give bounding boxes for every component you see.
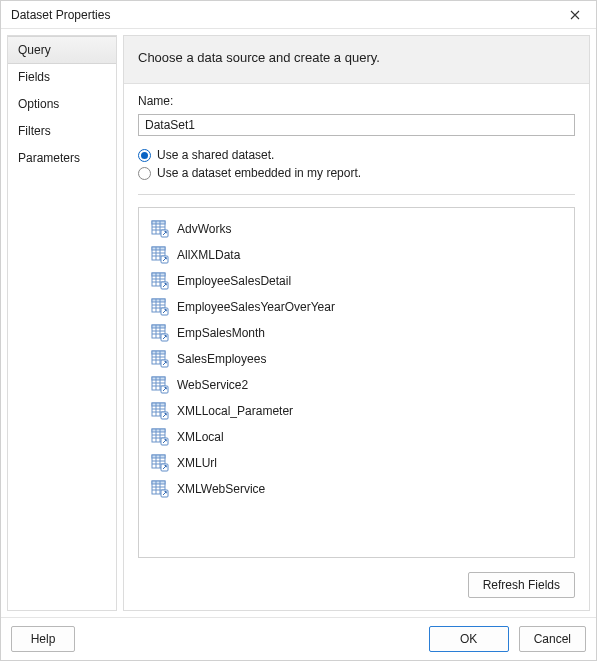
refresh-fields-button[interactable]: Refresh Fields — [468, 572, 575, 598]
svg-rect-36 — [152, 351, 165, 354]
radio-label: Use a shared dataset. — [157, 148, 274, 162]
dataset-item-label: AllXMLData — [177, 248, 240, 262]
radio-button-icon — [138, 167, 151, 180]
sidebar-item-label: Options — [18, 97, 59, 111]
radio-embedded-dataset[interactable]: Use a dataset embedded in my report. — [138, 164, 575, 182]
dataset-item[interactable]: AdvWorks — [149, 216, 564, 242]
shared-dataset-icon — [151, 272, 169, 290]
dataset-item[interactable]: EmployeeSalesYearOverYear — [149, 294, 564, 320]
dialog-body: QueryFieldsOptionsFiltersParameters Choo… — [1, 29, 596, 617]
shared-dataset-icon — [151, 454, 169, 472]
shared-dataset-icon — [151, 376, 169, 394]
dataset-item[interactable]: XMLWebService — [149, 476, 564, 502]
panel-heading: Choose a data source and create a query. — [124, 36, 589, 84]
sidebar-item-label: Fields — [18, 70, 50, 84]
dataset-item-label: XMLocal — [177, 430, 224, 444]
refresh-row: Refresh Fields — [138, 564, 575, 598]
dataset-item[interactable]: SalesEmployees — [149, 346, 564, 372]
name-label: Name: — [138, 94, 575, 108]
svg-rect-8 — [152, 247, 165, 250]
panel-content: Name: Use a shared dataset. Use a datase… — [124, 84, 589, 610]
category-sidebar: QueryFieldsOptionsFiltersParameters — [7, 35, 117, 611]
separator — [138, 194, 575, 195]
close-button[interactable] — [560, 4, 590, 26]
dataset-properties-dialog: Dataset Properties QueryFieldsOptionsFil… — [0, 0, 597, 661]
dataset-item-label: SalesEmployees — [177, 352, 266, 366]
shared-dataset-icon — [151, 350, 169, 368]
sidebar-item-filters[interactable]: Filters — [8, 118, 116, 145]
svg-rect-1 — [152, 221, 165, 224]
shared-dataset-icon — [151, 220, 169, 238]
cancel-button[interactable]: Cancel — [519, 626, 586, 652]
dataset-item-label: XMLUrl — [177, 456, 217, 470]
dataset-item-label: XMLLocal_Parameter — [177, 404, 293, 418]
svg-rect-29 — [152, 325, 165, 328]
ok-button[interactable]: OK — [429, 626, 509, 652]
dataset-item[interactable]: XMLLocal_Parameter — [149, 398, 564, 424]
shared-dataset-icon — [151, 246, 169, 264]
dataset-item[interactable]: AllXMLData — [149, 242, 564, 268]
dataset-item-label: EmployeeSalesYearOverYear — [177, 300, 335, 314]
svg-rect-64 — [152, 455, 165, 458]
shared-dataset-icon — [151, 298, 169, 316]
radio-label: Use a dataset embedded in my report. — [157, 166, 361, 180]
dataset-item[interactable]: EmployeeSalesDetail — [149, 268, 564, 294]
sidebar-item-query[interactable]: Query — [8, 36, 116, 64]
svg-rect-43 — [152, 377, 165, 380]
radio-button-icon — [138, 149, 151, 162]
titlebar: Dataset Properties — [1, 1, 596, 29]
svg-rect-57 — [152, 429, 165, 432]
main-panel: Choose a data source and create a query.… — [123, 35, 590, 611]
dataset-item[interactable]: XMLocal — [149, 424, 564, 450]
sidebar-item-label: Filters — [18, 124, 51, 138]
svg-rect-71 — [152, 481, 165, 484]
help-button[interactable]: Help — [11, 626, 75, 652]
svg-rect-22 — [152, 299, 165, 302]
shared-dataset-icon — [151, 428, 169, 446]
shared-dataset-icon — [151, 402, 169, 420]
shared-dataset-list[interactable]: AdvWorksAllXMLDataEmployeeSalesDetailEmp… — [138, 207, 575, 558]
shared-dataset-icon — [151, 324, 169, 342]
dataset-type-radio-group: Use a shared dataset. Use a dataset embe… — [138, 146, 575, 182]
window-title: Dataset Properties — [11, 8, 110, 22]
close-icon — [570, 10, 580, 20]
dataset-item[interactable]: XMLUrl — [149, 450, 564, 476]
svg-rect-15 — [152, 273, 165, 276]
footer-right: OK Cancel — [429, 626, 586, 652]
sidebar-item-fields[interactable]: Fields — [8, 64, 116, 91]
sidebar-item-label: Parameters — [18, 151, 80, 165]
sidebar-item-options[interactable]: Options — [8, 91, 116, 118]
radio-shared-dataset[interactable]: Use a shared dataset. — [138, 146, 575, 164]
dataset-item-label: XMLWebService — [177, 482, 265, 496]
dataset-item[interactable]: EmpSalesMonth — [149, 320, 564, 346]
dataset-item-label: EmpSalesMonth — [177, 326, 265, 340]
sidebar-item-label: Query — [18, 43, 51, 57]
dataset-item-label: EmployeeSalesDetail — [177, 274, 291, 288]
sidebar-item-parameters[interactable]: Parameters — [8, 145, 116, 172]
name-input[interactable] — [138, 114, 575, 136]
dataset-item-label: WebService2 — [177, 378, 248, 392]
svg-rect-50 — [152, 403, 165, 406]
shared-dataset-icon — [151, 480, 169, 498]
dialog-footer: Help OK Cancel — [1, 617, 596, 660]
dataset-item-label: AdvWorks — [177, 222, 231, 236]
dataset-item[interactable]: WebService2 — [149, 372, 564, 398]
